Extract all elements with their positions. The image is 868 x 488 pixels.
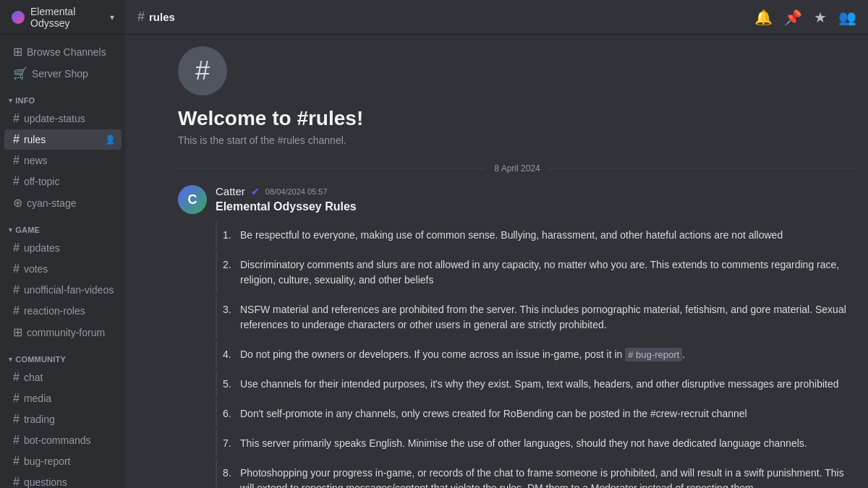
server-name: Elemental Odyssey [30,6,110,29]
channel-name: news [24,155,48,166]
hash-icon: # [13,455,20,468]
channel-tab: # rules [137,9,175,25]
bookmark-icon[interactable]: ★ [814,9,827,26]
category-game[interactable]: ▾ GAME [0,214,126,237]
rule-item: 4. Do not ping the owners or developers.… [216,341,856,368]
category-arrow-icon: ▾ [9,226,12,234]
sidebar-nav: ⊞ Browse Channels 🛒 Server Shop ▾ INFO #… [0,35,126,488]
sidebar-item-updates[interactable]: # updates [4,238,122,258]
channel-name: unofficial-fan-videos [24,284,114,296]
sidebar-item-update-status[interactable]: # update-status [4,108,122,129]
hash-icon: # [13,154,20,167]
forum-icon: ⊞ [13,325,22,339]
sidebar-item-trading[interactable]: # trading [4,409,122,429]
sidebar: Elemental Odyssey ▾ ⊞ Browse Channels 🛒 … [0,0,126,488]
hash-icon: # [13,241,20,254]
hash-icon: # [13,476,20,488]
date-divider: 8 April 2024 [178,163,856,174]
channel-name: media [24,393,51,404]
shop-icon: 🛒 [13,67,27,80]
hash-icon: # [13,413,20,426]
hash-icon: # [137,9,145,25]
main-area: # rules 🔔 📌 ★ 👥 # Welcome to #rules! Thi… [126,0,868,488]
sidebar-item-votes[interactable]: # votes [4,259,122,279]
verified-icon: ✔ [251,186,260,197]
channel-link[interactable]: # bug-report [625,348,682,361]
message-title: Elemental Odyssey Rules [216,200,856,213]
sidebar-item-community-forum[interactable]: ⊞ community-forum [4,322,122,343]
category-info-label: INFO [15,96,35,105]
sidebar-item-unofficial-fan-videos[interactable]: # unofficial-fan-videos [4,280,122,300]
browse-icon: ⊞ [13,45,22,59]
message-author: Catter [216,185,245,197]
rules-list: 1. Be respectful to everyone, making use… [216,222,856,488]
category-community[interactable]: ▾ COMMUNITY [0,343,126,367]
date-divider-text: 8 April 2024 [485,163,548,174]
sidebar-item-reaction-roles[interactable]: # reaction-roles [4,301,122,321]
hash-icon: # [13,304,20,317]
channel-name: questions [24,476,67,488]
notification-bell-slash-icon[interactable]: 🔔 [754,9,773,26]
content-area: # Welcome to #rules! This is the start o… [126,35,868,488]
rule-item: 1. Be respectful to everyone, making use… [216,222,856,249]
rule-item: 2. Discriminatory comments and slurs are… [216,252,856,294]
pin-icon[interactable]: 📌 [784,9,802,26]
sidebar-item-off-topic[interactable]: # off-topic [4,171,122,192]
channel-welcome: # Welcome to #rules! This is the start o… [178,46,856,146]
lock-icon: 👤 [105,134,116,145]
channel-name: bug-report [24,455,71,467]
welcome-title: Welcome to #rules! [178,107,856,130]
sidebar-item-chat[interactable]: # chat [4,367,122,388]
channel-name: votes [24,263,48,275]
category-arrow-icon: ▾ [9,356,12,363]
category-community-label: COMMUNITY [15,355,66,364]
channel-name: chat [24,372,43,383]
special-icon: ⊛ [13,196,22,210]
sidebar-item-media[interactable]: # media [4,388,122,408]
category-arrow-icon: ▾ [9,97,12,104]
message-timestamp: 08/04/2024 05:57 [265,187,328,196]
browse-channels-label: Browse Channels [27,46,106,58]
sidebar-item-server-shop[interactable]: 🛒 Server Shop [4,63,122,84]
channel-name: reaction-roles [24,305,85,317]
rule-item: 3. NSFW material and references are proh… [216,296,856,338]
members-icon[interactable]: 👥 [838,9,856,26]
welcome-hash-icon: # [178,46,227,95]
server-header[interactable]: Elemental Odyssey ▾ [0,0,126,35]
sidebar-item-cyan-stage[interactable]: ⊛ cyan-stage [4,192,122,213]
hash-icon: # [13,112,20,125]
server-icon [12,11,25,24]
channel-name: off-topic [24,176,60,187]
hash-icon: # [13,434,20,447]
message-meta: Catter ✔ 08/04/2024 05:57 [216,185,856,197]
hash-icon: # [13,371,20,384]
avatar: C [178,185,207,214]
top-bar: # rules 🔔 📌 ★ 👥 [126,0,868,35]
message-group: C Catter ✔ 08/04/2024 05:57 Elemental Od… [178,185,856,488]
channel-name: community-forum [27,327,105,338]
channel-name: trading [24,414,55,425]
hash-icon: # [13,283,20,296]
sidebar-item-bug-report[interactable]: # bug-report [4,451,122,471]
rule-item: 7. This server primarily speaks English.… [216,430,856,457]
hash-icon: # [13,392,20,405]
sidebar-item-news[interactable]: # news [4,150,122,171]
message-content: Catter ✔ 08/04/2024 05:57 Elemental Odys… [216,185,856,488]
category-info[interactable]: ▾ INFO [0,85,126,108]
hash-icon: # [13,262,20,275]
channel-name: cyan-stage [27,197,76,209]
rule-item: 5. Use channels for their intended purpo… [216,371,856,398]
channel-name: rules [24,134,46,145]
sidebar-item-questions[interactable]: # questions [4,472,122,488]
channel-tab-name: rules [149,11,175,23]
chevron-down-icon: ▾ [110,12,114,22]
rule-item: 8. Photoshopping your progress in-game, … [216,460,856,488]
hash-icon: # [13,133,20,146]
sidebar-item-browse-channels[interactable]: ⊞ Browse Channels [4,41,122,62]
category-game-label: GAME [15,226,40,234]
channel-name: update-status [24,113,85,124]
rule-item: 6. Don't self-promote in any channels, o… [216,401,856,427]
sidebar-item-rules[interactable]: # rules 👤 [4,129,122,150]
top-bar-icons: 🔔 📌 ★ 👥 [754,9,856,26]
sidebar-item-bot-commands[interactable]: # bot-commands [4,430,122,450]
